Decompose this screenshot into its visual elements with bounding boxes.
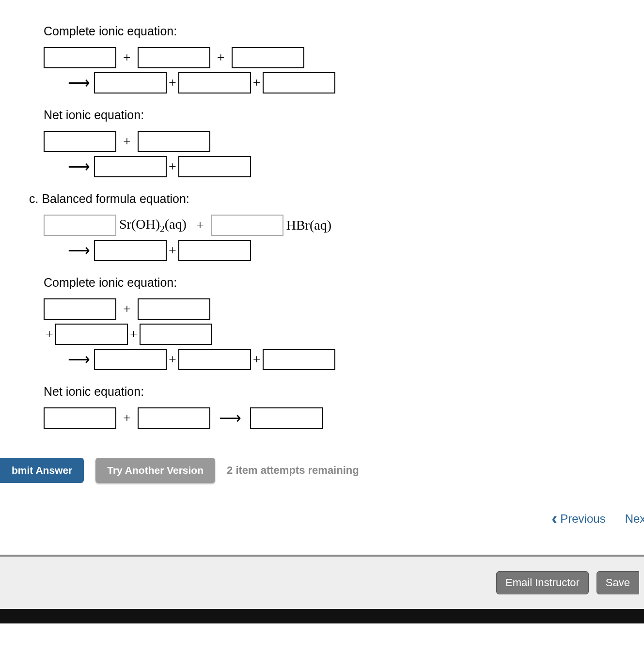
ni1-reactant-2[interactable] [138,131,210,152]
ci1-reactant-1[interactable] [44,47,116,68]
plus-icon: + [169,243,176,258]
ni2-reactant-2[interactable] [138,407,210,429]
plus-icon: + [169,159,176,174]
c-coeff-1[interactable] [44,215,116,236]
plus-icon: + [123,410,131,426]
label-complete-ionic-2: Complete ionic equation: [44,276,644,290]
ci1-product-3[interactable] [263,72,335,93]
arrow-icon: ⟶ [219,409,241,427]
arrow-icon: ⟶ [68,241,89,260]
ci2-reactant-4[interactable] [140,324,212,345]
c-coeff-2[interactable] [211,215,283,236]
previous-link[interactable]: ‹ Previous [551,512,605,526]
ni1-product-1[interactable] [94,156,167,177]
next-link[interactable]: Next [625,512,644,526]
ni2-reactant-1[interactable] [44,407,116,429]
c-product-2[interactable] [178,240,251,261]
arrow-icon: ⟶ [68,74,89,92]
plus-icon: + [130,327,138,342]
ci1-reactant-3[interactable] [232,47,304,68]
plus-icon: + [169,352,176,367]
arrow-icon: ⟶ [68,157,89,176]
plus-icon: + [217,50,225,65]
try-another-button[interactable]: Try Another Version [95,458,215,483]
plus-icon: + [253,352,261,367]
ci2-reactant-1[interactable] [44,298,116,320]
submit-answer-button[interactable]: bmit Answer [0,458,84,483]
email-instructor-button[interactable]: Email Instructor [496,571,589,594]
arrow-icon: ⟶ [68,350,89,369]
ni1-reactant-1[interactable] [44,131,116,152]
label-net-ionic-1: Net ionic equation: [44,108,644,122]
formula-hbr: HBr(aq) [286,218,331,233]
c-product-1[interactable] [94,240,167,261]
plus-icon: + [169,75,176,91]
plus-icon: + [123,301,131,317]
save-button[interactable]: Save [597,571,639,594]
ci2-reactant-2[interactable] [138,298,210,320]
ci1-product-2[interactable] [178,72,251,93]
label-part-c: c. Balanced formula equation: [29,192,644,206]
ni1-product-2[interactable] [178,156,251,177]
formula-sroh2: Sr(OH)2(aq) [119,217,187,234]
plus-icon: + [123,134,131,149]
attempts-remaining: 2 item attempts remaining [227,464,359,477]
plus-icon: + [253,75,261,91]
label-complete-ionic-1: Complete ionic equation: [44,24,644,38]
label-net-ionic-2: Net ionic equation: [44,385,644,399]
ci1-product-1[interactable] [94,72,167,93]
ci1-reactant-2[interactable] [138,47,210,68]
plus-icon: + [196,218,204,233]
ci2-product-2[interactable] [178,349,251,370]
plus-icon: + [123,50,131,65]
chevron-left-icon: ‹ [551,514,557,523]
plus-icon: + [46,327,53,342]
ni2-product-1[interactable] [250,407,323,429]
ci2-reactant-3[interactable] [55,324,128,345]
ci2-product-3[interactable] [263,349,335,370]
ci2-product-1[interactable] [94,349,167,370]
footer-bar [0,609,644,623]
